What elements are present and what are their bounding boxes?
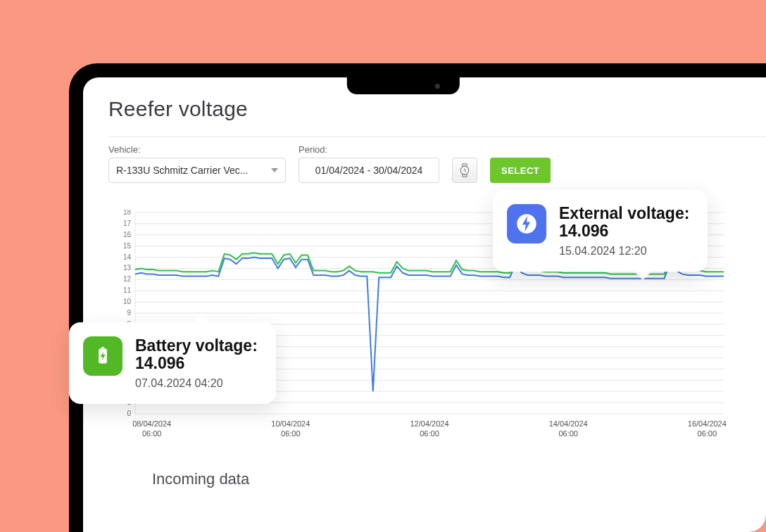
vehicle-filter-group: Vehicle: R-133U Schmitz Carrier Vec... [108, 144, 286, 183]
svg-text:11: 11 [123, 286, 132, 294]
select-button[interactable]: SELECT [490, 158, 551, 183]
bolt-circle-icon [507, 204, 546, 243]
svg-text:13: 13 [123, 264, 132, 272]
tooltip-value: 14.096 [135, 354, 258, 373]
svg-text:16/04/2024: 16/04/2024 [688, 419, 727, 428]
svg-text:10: 10 [123, 298, 132, 305]
svg-text:9: 9 [127, 309, 131, 317]
filter-bar: Vehicle: R-133U Schmitz Carrier Vec... P… [108, 137, 766, 183]
tooltip-value: 14.096 [559, 222, 689, 241]
vehicle-select[interactable]: R-133U Schmitz Carrier Vec... [108, 158, 286, 183]
chevron-down-icon [271, 168, 278, 172]
select-button-label: SELECT [501, 165, 539, 176]
external-voltage-tooltip: External voltage: 14.096 15.04.2024 12:2… [493, 190, 708, 272]
svg-text:14/04/2024: 14/04/2024 [549, 419, 588, 428]
tooltip-text: Battery voltage: 14.096 07.04.2024 04:20 [135, 336, 258, 390]
svg-text:10/04/2024: 10/04/2024 [271, 419, 310, 428]
svg-text:12: 12 [123, 275, 132, 283]
watch-button[interactable] [452, 158, 477, 183]
watch-icon [458, 163, 472, 177]
battery-bolt-icon [83, 336, 123, 376]
vehicle-label: Vehicle: [108, 144, 286, 155]
svg-text:15: 15 [123, 242, 132, 250]
app-screen: Reefer voltage Vehicle: R-133U Schmitz C… [83, 77, 766, 532]
period-value: 01/04/2024 - 30/04/2024 [315, 165, 423, 176]
tooltip-label: Battery voltage: [135, 336, 258, 355]
vehicle-value: R-133U Schmitz Carrier Vec... [116, 165, 249, 176]
svg-text:12/04/2024: 12/04/2024 [410, 419, 448, 428]
svg-text:16: 16 [123, 231, 132, 239]
svg-text:0: 0 [127, 410, 131, 417]
device-frame: Reefer voltage Vehicle: R-133U Schmitz C… [69, 63, 766, 532]
period-input[interactable]: 01/04/2024 - 30/04/2024 [299, 158, 439, 183]
svg-text:06:00: 06:00 [281, 429, 301, 438]
tooltip-label: External voltage: [559, 204, 689, 223]
svg-text:06:00: 06:00 [698, 429, 717, 438]
svg-text:06:00: 06:00 [420, 429, 439, 438]
svg-text:06:00: 06:00 [142, 429, 162, 438]
svg-rect-54 [101, 347, 105, 350]
tooltip-text: External voltage: 14.096 15.04.2024 12:2… [559, 204, 689, 258]
svg-text:14: 14 [123, 253, 132, 261]
chart-subtitle: Incoming data [152, 470, 249, 488]
battery-voltage-tooltip: Battery voltage: 14.096 07.04.2024 04:20 [69, 322, 276, 404]
tooltip-timestamp: 15.04.2024 12:20 [559, 245, 689, 258]
period-filter-group: Period: 01/04/2024 - 30/04/2024 [299, 144, 439, 183]
svg-text:17: 17 [123, 220, 132, 227]
svg-text:08/04/2024: 08/04/2024 [132, 419, 171, 428]
device-notch [347, 77, 460, 94]
page-title: Reefer voltage [108, 97, 766, 121]
period-label: Period: [299, 144, 439, 155]
svg-text:06:00: 06:00 [558, 429, 578, 438]
tooltip-timestamp: 07.04.2024 04:20 [135, 377, 258, 390]
svg-text:18: 18 [123, 210, 132, 216]
